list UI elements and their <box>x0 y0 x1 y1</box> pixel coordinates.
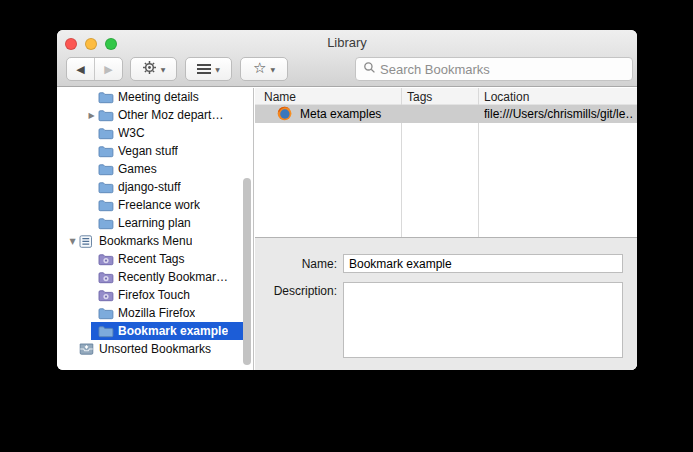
forward-button[interactable]: ▶ <box>95 58 122 80</box>
sidebar-item-label: Bookmark example <box>118 324 228 338</box>
sidebar-item[interactable]: ▼Bookmarks Menu <box>57 232 253 250</box>
search-input[interactable] <box>380 62 625 77</box>
search-icon <box>363 60 376 78</box>
disclosure-collapsed-icon[interactable]: ▶ <box>85 111 98 120</box>
import-backup-menu-button[interactable]: ☆ ▼ <box>240 57 288 81</box>
sidebar-item-label: Vegan stuff <box>118 144 178 158</box>
sidebar-item[interactable]: django-stuff <box>57 178 253 196</box>
sidebar-item[interactable]: Freelance work <box>57 196 253 214</box>
back-button[interactable]: ◀ <box>67 58 95 80</box>
folder-icon <box>98 217 118 230</box>
firefox-icon <box>277 106 292 125</box>
sidebar-item[interactable]: Recently Bookmar… <box>57 268 253 286</box>
list-column-headers: NameTagsLocation <box>255 88 637 105</box>
column-header-name[interactable]: Name <box>264 90 296 104</box>
sidebar-folder-tree: Meeting details▶Other Moz depart…W3CVega… <box>57 88 253 358</box>
sidebar-item[interactable]: Mozilla Firefox <box>57 304 253 322</box>
chevron-down-icon: ▼ <box>161 66 166 73</box>
sidebar-item-label: Games <box>118 162 157 176</box>
bookmark-description-input[interactable] <box>343 282 623 358</box>
import-backup-star-icon: ☆ <box>253 61 266 76</box>
gear-icon <box>142 60 157 79</box>
smart-folder-icon <box>98 289 118 302</box>
library-window: Library ◀ ▶ ▼ ▼ ☆ ▼ <box>57 30 637 370</box>
smart-folder-icon <box>98 271 118 284</box>
sidebar-item[interactable]: Recent Tags <box>57 250 253 268</box>
sidebar-item-label: Firefox Touch <box>118 288 190 302</box>
sidebar-item-label: Unsorted Bookmarks <box>99 342 211 356</box>
description-field-label: Description: <box>255 284 337 298</box>
sidebar-item-label: django-stuff <box>118 180 181 194</box>
list-view-icon <box>197 64 211 74</box>
sidebar-item-label: Mozilla Firefox <box>118 306 195 320</box>
column-header-tags[interactable]: Tags <box>407 90 432 104</box>
sidebar-item[interactable]: Unsorted Bookmarks <box>57 340 253 358</box>
folder-icon <box>98 199 118 212</box>
folder-icon <box>98 307 118 320</box>
bookmark-name-input[interactable] <box>343 254 623 273</box>
history-nav-segment: ◀ ▶ <box>66 57 123 81</box>
unsorted-icon <box>79 343 99 355</box>
sidebar-item-label: Bookmarks Menu <box>99 234 192 248</box>
sidebar-item[interactable]: Bookmark example <box>57 322 253 340</box>
sidebar-item[interactable]: Vegan stuff <box>57 142 253 160</box>
folder-icon <box>98 325 118 338</box>
sidebar-item[interactable]: W3C <box>57 124 253 142</box>
bookmarks-menu-icon <box>79 235 99 248</box>
bookmark-row-location: file:///Users/chrismills/git/le… <box>484 107 633 121</box>
sidebar-item[interactable]: ▶Other Moz depart… <box>57 106 253 124</box>
sidebar-item-label: Freelance work <box>118 198 200 212</box>
folder-icon <box>98 181 118 194</box>
sidebar: Meeting details▶Other Moz depart…W3CVega… <box>57 88 254 370</box>
smart-folder-icon <box>98 253 118 266</box>
sidebar-item[interactable]: Meeting details <box>57 88 253 106</box>
sidebar-item[interactable]: Learning plan <box>57 214 253 232</box>
sidebar-item-label: Meeting details <box>118 90 199 104</box>
folder-icon <box>98 91 118 104</box>
organize-menu-button[interactable]: ▼ <box>130 57 177 81</box>
sidebar-item-label: Other Moz depart… <box>118 108 223 122</box>
sidebar-item[interactable]: Firefox Touch <box>57 286 253 304</box>
sidebar-item-label: Recent Tags <box>118 252 185 266</box>
titlebar-toolbar: Library ◀ ▶ ▼ ▼ ☆ ▼ <box>57 30 637 87</box>
sidebar-item[interactable]: Games <box>57 160 253 178</box>
folder-icon <box>98 127 118 140</box>
views-menu-button[interactable]: ▼ <box>185 57 232 81</box>
column-header-location[interactable]: Location <box>484 90 529 104</box>
window-title: Library <box>57 35 637 50</box>
bookmark-row-name: Meta examples <box>300 107 381 121</box>
search-field[interactable] <box>355 57 633 81</box>
sidebar-item-label: Recently Bookmar… <box>118 270 228 284</box>
sidebar-item-label: W3C <box>118 126 145 140</box>
name-field-label: Name: <box>255 257 337 271</box>
main-panel: NameTagsLocation Meta examplesfile:///Us… <box>255 88 637 370</box>
sidebar-item-label: Learning plan <box>118 216 191 230</box>
bookmark-row[interactable]: Meta examplesfile:///Users/chrismills/gi… <box>255 105 637 123</box>
folder-icon <box>98 145 118 158</box>
bookmark-detail-panel: Name: Description: <box>255 237 637 370</box>
chevron-down-icon: ▼ <box>270 66 275 73</box>
folder-icon <box>98 109 118 122</box>
folder-icon <box>98 163 118 176</box>
sidebar-scrollbar-thumb[interactable] <box>243 178 251 365</box>
disclosure-expanded-icon[interactable]: ▼ <box>66 237 79 246</box>
chevron-down-icon: ▼ <box>215 66 220 73</box>
